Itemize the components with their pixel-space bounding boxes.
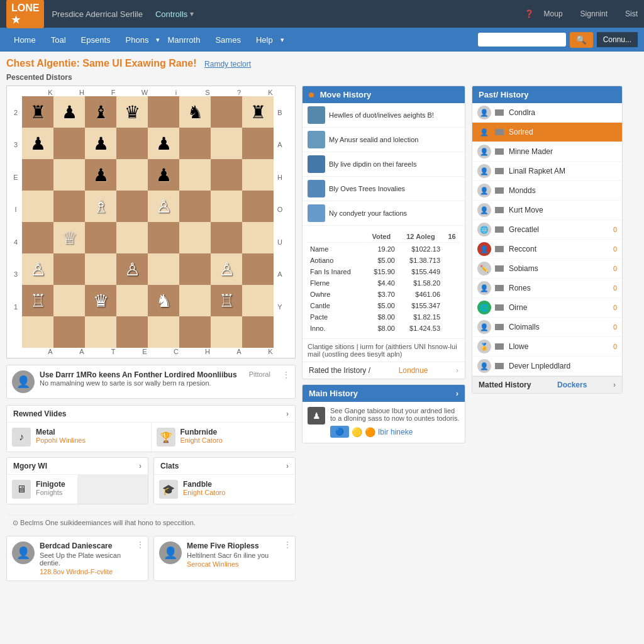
- cell-7-8[interactable]: [242, 285, 274, 316]
- page-title-link[interactable]: Ramdy teclort: [204, 60, 251, 69]
- cell-1-3[interactable]: ♝: [85, 96, 116, 128]
- cell-6-2[interactable]: [53, 253, 85, 285]
- logo[interactable]: LONE★: [6, 0, 44, 28]
- sist-link[interactable]: Sist: [625, 9, 638, 18]
- cell-3-3[interactable]: ♟: [85, 159, 116, 191]
- cell-2-8[interactable]: [242, 128, 274, 159]
- player-item-0[interactable]: 👤 Condlra: [472, 103, 622, 123]
- cell-1-7[interactable]: [211, 96, 242, 128]
- help-icon[interactable]: ❓: [525, 9, 534, 18]
- cell-6-5[interactable]: [148, 253, 179, 285]
- player-item-8[interactable]: ✏️ Sobiams 0: [472, 259, 622, 279]
- player-item-1[interactable]: 👤 Sorlred: [472, 123, 622, 142]
- nav-toal[interactable]: Toal: [43, 30, 74, 50]
- cell-3-7[interactable]: [211, 159, 242, 191]
- cell-2-5[interactable]: ♟: [148, 128, 179, 159]
- rated-arrow[interactable]: ›: [456, 366, 458, 375]
- controls-link[interactable]: Controlls: [155, 9, 187, 19]
- matted-history-bar[interactable]: Matted History Dockers ›: [472, 376, 622, 393]
- cell-7-4[interactable]: [116, 285, 148, 316]
- nav-epsents[interactable]: Epsents: [74, 30, 118, 50]
- cell-5-1[interactable]: [22, 222, 53, 253]
- cell-4-7[interactable]: [211, 191, 242, 222]
- cell-5-4[interactable]: [116, 222, 148, 253]
- mouv-link[interactable]: Mouр: [544, 9, 563, 18]
- player-item-6[interactable]: 🌐 Grecatlel 0: [472, 220, 622, 240]
- player-item-12[interactable]: 🏅 Llowe 0: [472, 337, 622, 357]
- cell-4-2[interactable]: [53, 191, 85, 222]
- rated-link[interactable]: Londnue: [399, 366, 428, 375]
- cell-7-7[interactable]: ♖: [211, 285, 242, 316]
- cell-4-3[interactable]: ♗: [85, 191, 116, 222]
- cell-6-1[interactable]: ♙: [22, 253, 53, 285]
- nav-home[interactable]: Home: [6, 30, 43, 50]
- cell-8-3[interactable]: [85, 316, 116, 348]
- cell-6-7[interactable]: ♙: [211, 253, 242, 285]
- cell-8-8[interactable]: [242, 316, 274, 348]
- cell-2-6[interactable]: [179, 128, 211, 159]
- cell-2-2[interactable]: [53, 128, 85, 159]
- cell-1-6[interactable]: ♞: [179, 96, 211, 128]
- cell-5-5[interactable]: [148, 222, 179, 253]
- nav-sames[interactable]: Sames: [208, 30, 248, 50]
- hist-btn-label[interactable]: Ibir hineke: [378, 428, 413, 436]
- post-menu-0[interactable]: ⋮: [136, 540, 144, 549]
- cell-3-6[interactable]: [179, 159, 211, 191]
- cell-1-1[interactable]: ♜: [22, 96, 53, 128]
- move-item-1[interactable]: My Anusr sealid and lolection: [303, 128, 465, 152]
- cell-4-6[interactable]: [179, 191, 211, 222]
- main-history-arrow[interactable]: ›: [456, 389, 458, 398]
- mgory-arrow[interactable]: ›: [139, 462, 142, 470]
- cell-8-1[interactable]: [22, 316, 53, 348]
- cell-7-5[interactable]: ♞: [148, 285, 179, 316]
- cell-5-6[interactable]: [179, 222, 211, 253]
- player-item-7[interactable]: 👤 Reccont 0: [472, 240, 622, 259]
- cell-6-8[interactable]: [242, 253, 274, 285]
- clats-arrow[interactable]: ›: [286, 462, 289, 470]
- cell-7-6[interactable]: [179, 285, 211, 316]
- cell-8-4[interactable]: [116, 316, 148, 348]
- signnint-link[interactable]: Signnint: [580, 9, 608, 18]
- cell-1-5[interactable]: [148, 96, 179, 128]
- cell-3-8[interactable]: [242, 159, 274, 191]
- cell-3-5[interactable]: ♟: [148, 159, 179, 191]
- nav-phons[interactable]: Phons: [118, 30, 157, 50]
- cell-5-8[interactable]: [242, 222, 274, 253]
- cell-5-2[interactable]: ♕: [53, 222, 85, 253]
- cell-7-1[interactable]: ♖: [22, 285, 53, 316]
- cell-2-4[interactable]: [116, 128, 148, 159]
- cell-1-8[interactable]: ♜: [242, 96, 274, 128]
- cell-5-7[interactable]: [211, 222, 242, 253]
- cell-4-1[interactable]: [22, 191, 53, 222]
- cell-4-8[interactable]: [242, 191, 274, 222]
- cell-1-4[interactable]: ♛: [116, 96, 148, 128]
- cell-1-2[interactable]: ♟: [53, 96, 85, 128]
- player-item-9[interactable]: 👤 Rones 0: [472, 279, 622, 298]
- cell-3-1[interactable]: [22, 159, 53, 191]
- cell-6-3[interactable]: [85, 253, 116, 285]
- cell-3-4[interactable]: [116, 159, 148, 191]
- comment-menu[interactable]: ⋮: [282, 370, 290, 379]
- cell-4-4[interactable]: [116, 191, 148, 222]
- nav-help[interactable]: Help: [248, 30, 280, 50]
- move-item-4[interactable]: Ny condyetr your factions: [303, 201, 465, 226]
- move-item-2[interactable]: Bly live dipdin on thei fareels: [303, 152, 465, 177]
- cell-6-6[interactable]: [179, 253, 211, 285]
- player-item-5[interactable]: 👤 Kurt Move: [472, 201, 622, 220]
- player-item-10[interactable]: 🌐 Oirne 0: [472, 298, 622, 318]
- cell-8-5[interactable]: [148, 316, 179, 348]
- search-input[interactable]: [478, 33, 566, 47]
- cell-8-6[interactable]: [179, 316, 211, 348]
- cell-8-2[interactable]: [53, 316, 85, 348]
- rewired-arrow[interactable]: ›: [286, 409, 289, 418]
- player-item-3[interactable]: 👤 Linall Rapket AM: [472, 162, 622, 181]
- chess-grid[interactable]: ♜ ♟ ♝ ♛ ♞ ♜ ♟ ♟: [22, 96, 274, 348]
- cell-7-3[interactable]: ♛: [85, 285, 116, 316]
- matted-arrow[interactable]: ›: [613, 380, 616, 389]
- connect-button[interactable]: Connu...: [597, 32, 638, 47]
- cell-2-3[interactable]: ♟: [85, 128, 116, 159]
- player-item-4[interactable]: 👤 Mondds: [472, 181, 622, 201]
- cell-2-1[interactable]: ♟: [22, 128, 53, 159]
- search-button[interactable]: 🔍: [570, 32, 593, 48]
- cell-4-5[interactable]: ♙: [148, 191, 179, 222]
